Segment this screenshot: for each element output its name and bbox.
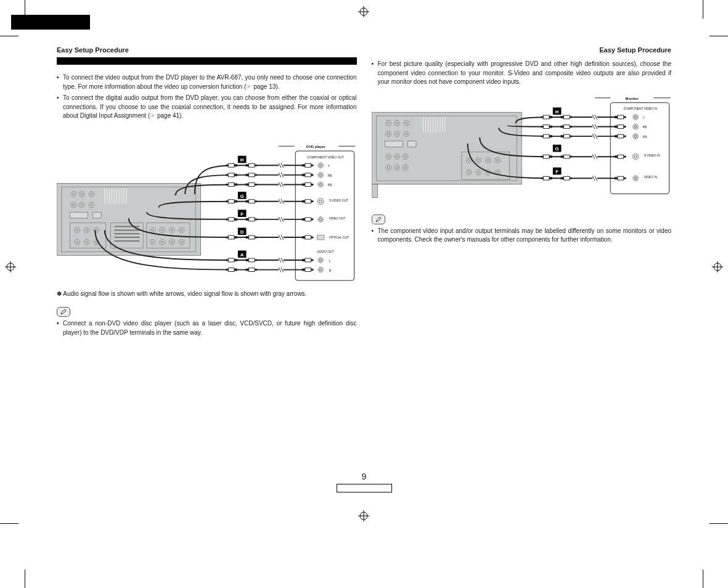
registration-mark-icon bbox=[712, 261, 723, 272]
title-underline-bar bbox=[57, 57, 357, 65]
dvd-connection-diagram: DVD player COMPONENT VIDEO OUT Y PB PR S… bbox=[57, 128, 357, 284]
svg-rect-40 bbox=[92, 212, 101, 218]
svg-text:R: R bbox=[329, 269, 332, 272]
svg-rect-103 bbox=[372, 184, 378, 197]
registration-mark-icon bbox=[5, 261, 16, 272]
svg-text:Y: Y bbox=[642, 116, 645, 119]
svg-text:PB: PB bbox=[328, 174, 332, 177]
section-title-left: Easy Setup Procedure bbox=[57, 46, 357, 54]
svg-text:S VIDEO OUT: S VIDEO OUT bbox=[329, 198, 348, 202]
svg-rect-39 bbox=[70, 212, 88, 218]
right-column: Easy Setup Procedure For best picture qu… bbox=[372, 46, 672, 345]
svg-text:F: F bbox=[555, 169, 558, 174]
masthead-block bbox=[11, 15, 90, 30]
monitor-connection-diagram: Monitor COMPONENT VIDEO IN Y PB PR S VID… bbox=[372, 94, 672, 202]
bullet-item: To connect the video output from the DVD… bbox=[57, 73, 357, 91]
right-bullets: For best picture quality (especially wit… bbox=[372, 60, 672, 87]
svg-text:PR: PR bbox=[642, 136, 647, 139]
svg-text:Monitor: Monitor bbox=[625, 96, 639, 100]
svg-rect-101 bbox=[407, 141, 416, 147]
svg-text:AUDIO OUT: AUDIO OUT bbox=[317, 250, 333, 253]
page-number-box bbox=[337, 484, 392, 492]
svg-text:VIDEO IN: VIDEO IN bbox=[644, 176, 657, 179]
page-footer: 9 bbox=[337, 472, 392, 492]
pencil-note-icon bbox=[372, 214, 385, 224]
section-title-right: Easy Setup Procedure bbox=[372, 46, 672, 54]
crop-mark bbox=[0, 523, 18, 524]
svg-text:D: D bbox=[240, 229, 244, 235]
bullet-item: The component video input and/or output … bbox=[372, 227, 672, 245]
arrow-legend-footnote: Audio signal flow is shown with white ar… bbox=[57, 290, 357, 298]
svg-text:PR: PR bbox=[328, 184, 332, 187]
svg-text:PB: PB bbox=[642, 126, 646, 129]
svg-text:H: H bbox=[555, 109, 558, 115]
crop-mark bbox=[703, 0, 703, 18]
svg-text:COMPONENT VIDEO OUT: COMPONENT VIDEO OUT bbox=[307, 155, 344, 158]
left-note-bullets: Connect a non-DVD video disc player (suc… bbox=[57, 319, 357, 337]
svg-text:Y: Y bbox=[328, 165, 330, 168]
svg-text:F: F bbox=[240, 211, 243, 217]
svg-text:G: G bbox=[240, 193, 244, 198]
bullet-item: Connect a non-DVD video disc player (suc… bbox=[57, 319, 357, 337]
svg-text:G: G bbox=[555, 146, 558, 152]
crop-mark bbox=[703, 570, 703, 588]
svg-rect-58 bbox=[317, 235, 324, 240]
svg-text:VIDEO OUT: VIDEO OUT bbox=[329, 216, 346, 219]
svg-text:OPTICAL OUT: OPTICAL OUT bbox=[329, 236, 349, 239]
crop-mark bbox=[710, 36, 728, 36]
crop-mark bbox=[0, 36, 18, 36]
left-bullets: To connect the video output from the DVD… bbox=[57, 73, 357, 121]
svg-text:L: L bbox=[329, 259, 331, 262]
right-note-bullets: The component video input and/or output … bbox=[372, 227, 672, 245]
pencil-note-icon bbox=[57, 307, 70, 317]
left-column: Easy Setup Procedure To connect the vide… bbox=[57, 46, 357, 345]
page-body: Easy Setup Procedure To connect the vide… bbox=[57, 46, 671, 483]
registration-mark-icon bbox=[358, 510, 369, 521]
bullet-item: For best picture quality (especially wit… bbox=[372, 60, 672, 87]
crop-mark bbox=[25, 570, 25, 588]
svg-rect-100 bbox=[385, 141, 403, 147]
svg-text:H: H bbox=[240, 157, 244, 163]
page-number: 9 bbox=[337, 472, 392, 481]
crop-mark bbox=[710, 523, 728, 524]
registration-mark-icon bbox=[358, 6, 369, 17]
bullet-item: To connect the digital audio output from… bbox=[57, 94, 357, 121]
svg-text:A: A bbox=[240, 252, 244, 258]
svg-text:COMPONENT VIDEO IN: COMPONENT VIDEO IN bbox=[623, 107, 657, 110]
dvd-title: DVD player bbox=[306, 145, 326, 149]
svg-text:S VIDEO IN: S VIDEO IN bbox=[644, 154, 660, 157]
